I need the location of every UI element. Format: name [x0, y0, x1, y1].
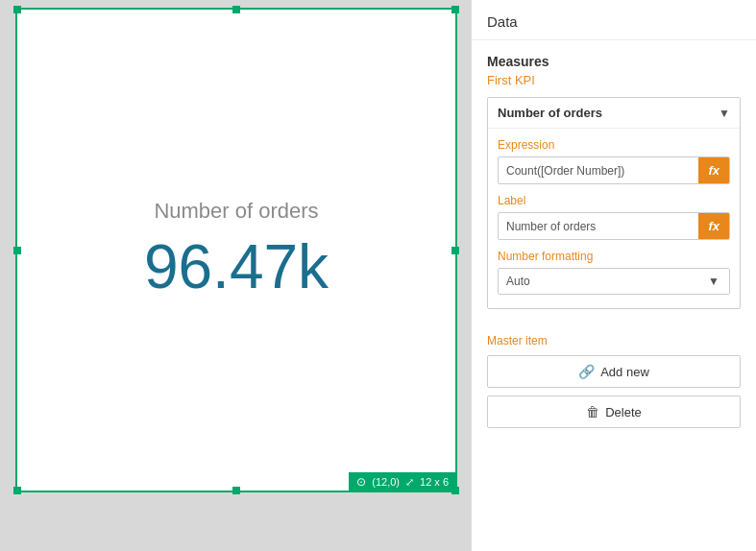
target-icon: ⊙	[356, 475, 366, 489]
expression-fx-button[interactable]: fx	[698, 157, 729, 183]
master-item-section: Master item 🔗 Add new 🗑 Delete	[472, 321, 756, 442]
widget-container[interactable]: Number of orders 96.47k ⊙ (12,0) ⤢ 12 x …	[15, 8, 457, 492]
handle-bot-center[interactable]	[232, 487, 240, 494]
widget-position: (12,0)	[372, 476, 400, 488]
expression-input-row: fx	[498, 156, 730, 184]
link-icon: 🔗	[578, 364, 595, 379]
panel-header: Data	[472, 0, 756, 40]
add-new-button[interactable]: 🔗 Add new	[487, 355, 741, 388]
handle-mid-left[interactable]	[13, 247, 21, 254]
handle-top-right[interactable]	[451, 6, 459, 13]
dropdown-arrow-icon: ▼	[698, 269, 729, 294]
accordion-header[interactable]: Number of orders ▼	[488, 98, 740, 128]
label-input-row: fx	[498, 212, 730, 240]
delete-button[interactable]: 🗑 Delete	[487, 395, 741, 428]
accordion-label: Number of orders	[498, 106, 602, 120]
chevron-down-icon: ▼	[719, 107, 730, 120]
accordion-body: Expression fx Label fx Number formatting…	[488, 128, 740, 308]
trash-icon: 🗑	[586, 404, 599, 419]
label-input[interactable]	[499, 214, 698, 239]
handle-top-center[interactable]	[232, 6, 240, 13]
widget-label: Number of orders	[154, 199, 318, 224]
right-panel: Data Measures First KPI Number of orders…	[471, 0, 756, 551]
handle-top-left[interactable]	[13, 6, 21, 13]
delete-label: Delete	[605, 405, 642, 419]
expression-input[interactable]	[499, 158, 698, 183]
resize-icon: ⤢	[405, 476, 414, 489]
number-formatting-select-row: Auto Number Money Date ▼	[498, 268, 730, 295]
measures-title: Measures	[487, 54, 741, 69]
widget-value: 96.47k	[144, 231, 329, 302]
master-item-label: Master item	[487, 334, 741, 347]
label-field-label: Label	[498, 194, 730, 207]
label-fx-button[interactable]: fx	[698, 213, 729, 239]
add-new-label: Add new	[600, 365, 649, 379]
number-formatting-select[interactable]: Auto Number Money Date	[499, 269, 698, 294]
widget-size: 12 x 6	[420, 476, 449, 488]
number-formatting-label: Number formatting	[498, 250, 730, 263]
widget-statusbar: ⊙ (12,0) ⤢ 12 x 6	[349, 472, 456, 491]
handle-bot-right[interactable]	[451, 487, 459, 494]
canvas-area: Number of orders 96.47k ⊙ (12,0) ⤢ 12 x …	[0, 0, 471, 551]
measures-accordion[interactable]: Number of orders ▼ Expression fx Label f…	[487, 97, 741, 309]
expression-label: Expression	[498, 138, 730, 152]
measures-section: Measures First KPI Number of orders ▼ Ex…	[472, 40, 756, 321]
handle-bot-left[interactable]	[13, 487, 21, 494]
handle-mid-right[interactable]	[451, 247, 459, 254]
measures-subtitle: First KPI	[487, 73, 741, 87]
